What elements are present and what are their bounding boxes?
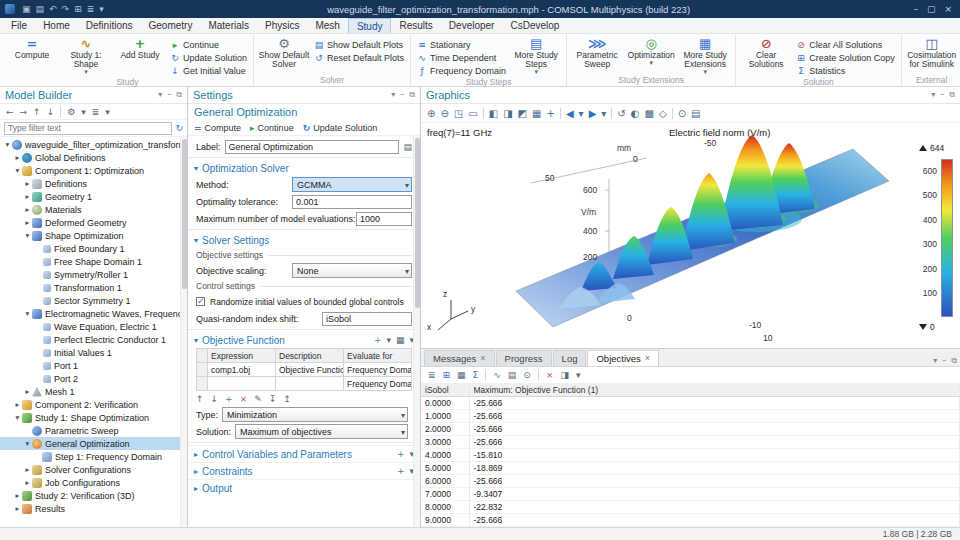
ribbon-button-continue[interactable]: ▸Continue — [167, 38, 250, 51]
ribbon-button-time-dependent[interactable]: ∿Time Dependent — [414, 51, 509, 64]
settings-scrollbar[interactable] — [413, 136, 420, 527]
menu-tab-results[interactable]: Results — [391, 18, 440, 33]
tree-collapsed-icon[interactable]: ▸ — [13, 400, 22, 409]
tree-node-results[interactable]: ▸Results — [0, 502, 187, 515]
type-select[interactable]: Minimization — [222, 407, 408, 422]
float-panel-icon[interactable]: ⧉ — [951, 356, 957, 366]
ribbon-button-stationary[interactable]: ≡Stationary — [414, 38, 509, 51]
ribbon-button-cosimulation-for-simulink[interactable]: ◫Cosimulation for Simulink — [905, 35, 959, 69]
tree-node-initial-values-1[interactable]: Initial Values 1 — [0, 346, 187, 359]
ribbon-button-statistics[interactable]: ΣStatistics — [793, 64, 898, 77]
objectives-table[interactable]: iSobolMaximum: Objective Function (1)0.0… — [421, 384, 960, 528]
clear-table-icon[interactable]: × — [546, 370, 554, 380]
forward-icon[interactable]: → — [20, 107, 28, 117]
collapse-panel-icon[interactable]: – — [940, 90, 944, 100]
ribbon-button-reset-default-plots[interactable]: ↺Reset Default Plots — [311, 51, 407, 64]
add-table-icon[interactable]: ⊞ — [443, 370, 451, 380]
scrollbar-thumb[interactable] — [182, 139, 187, 289]
next-solution-menu-icon[interactable]: ▾ — [601, 108, 606, 119]
section-optimization-solver[interactable]: Optimization Solver — [188, 160, 420, 176]
tree-collapsed-icon[interactable]: ▸ — [23, 218, 32, 227]
collapse-panel-icon[interactable]: – — [167, 90, 171, 100]
tree-node-definitions[interactable]: ▸Definitions — [0, 177, 187, 190]
zoom-in-icon[interactable]: ⊕ — [427, 108, 435, 119]
tree-collapsed-icon[interactable]: ▸ — [23, 478, 32, 487]
ribbon-button-get-initial-value[interactable]: ↓Get Initial Value — [167, 64, 250, 77]
tree-collapsed-icon[interactable]: ▸ — [23, 205, 32, 214]
tree-collapsed-icon[interactable]: ▸ — [23, 465, 32, 474]
tree-node-component-1-optimization[interactable]: ▾Component 1: Optimization — [0, 164, 187, 177]
tree-collapsed-icon[interactable]: ▸ — [23, 387, 32, 396]
ribbon-button-update-solution[interactable]: ↻Update Solution — [167, 51, 250, 64]
dock-table-icon[interactable]: ◨ — [560, 370, 569, 380]
delete-row-icon[interactable]: × — [240, 394, 248, 404]
minimize-button[interactable]: – — [913, 4, 918, 14]
reset-view-icon[interactable]: ↺ — [617, 108, 625, 119]
randomize-checkbox[interactable] — [196, 297, 205, 306]
previous-solution-menu-icon[interactable]: ▾ — [579, 108, 584, 119]
ribbon-button-optimization[interactable]: ◎Optimization▾ — [624, 35, 678, 66]
menu-tab-study[interactable]: Study — [348, 18, 392, 33]
collapse-panel-icon[interactable]: – — [400, 90, 404, 100]
tree-node-transformation-1[interactable]: Transformation 1 — [0, 281, 187, 294]
transparency-icon[interactable]: ▩ — [644, 108, 653, 119]
ribbon-button-create-solution-copy[interactable]: ⊞Create Solution Copy — [793, 51, 898, 64]
panel-menu-icon[interactable]: ▾ — [931, 90, 935, 100]
tree-node-wave-equation-electric-1[interactable]: Wave Equation, Electric 1 — [0, 320, 187, 333]
shift-input[interactable] — [322, 312, 412, 326]
cell[interactable] — [276, 377, 344, 391]
menu-tab-home[interactable]: Home — [35, 18, 78, 33]
zoom-box-icon[interactable]: ▭ — [468, 108, 477, 119]
wireframe-icon[interactable]: ◇ — [659, 108, 667, 119]
add-row-icon[interactable]: + — [225, 394, 233, 404]
tree-expanded-icon[interactable]: ▾ — [23, 309, 32, 318]
next-solution-icon[interactable]: ▶ — [589, 108, 597, 119]
filter-input[interactable] — [4, 122, 172, 135]
add-objective-icon[interactable]: + — [374, 335, 382, 345]
table-menu-icon[interactable]: ≣ — [428, 370, 436, 380]
view-top-icon[interactable]: ◩ — [518, 108, 527, 119]
tree-node-global-definitions[interactable]: ▸Global Definitions — [0, 151, 187, 164]
tree-node-port-1[interactable]: Port 1 — [0, 359, 187, 372]
scaling-select[interactable]: None — [292, 263, 412, 278]
print-icon[interactable]: ▤ — [691, 108, 700, 119]
plot-table-icon[interactable]: ∿ — [493, 370, 501, 380]
rename-icon[interactable] — [403, 141, 412, 152]
close-button[interactable]: × — [944, 4, 952, 14]
tree-collapsed-icon[interactable]: ▸ — [13, 504, 22, 513]
cell[interactable]: Frequency Domain — [344, 377, 412, 391]
table-row[interactable]: 1.0000-25.666 — [421, 410, 960, 423]
cell[interactable]: Frequency Domain — [344, 363, 412, 377]
tree-node-free-shape-domain-1[interactable]: Free Shape Domain 1 — [0, 255, 187, 268]
tab-log[interactable]: Log — [553, 350, 587, 366]
move-row-up-icon[interactable]: ↑ — [196, 394, 204, 404]
tab-objectives[interactable]: Objectives× — [587, 350, 659, 366]
panel-menu-icon[interactable]: ▾ — [391, 90, 395, 100]
ribbon-button-more-study-steps[interactable]: ▤More Study Steps▾ — [509, 35, 563, 75]
ribbon-button-show-default-plots[interactable]: ▤Show Default Plots — [311, 38, 407, 51]
tree-node-general-optimization[interactable]: ▾General Optimization — [0, 437, 187, 450]
scrollbar-thumb[interactable] — [415, 138, 420, 308]
refresh-filter-icon[interactable]: ↻ — [175, 123, 183, 133]
move-up-icon[interactable]: ↑ — [33, 107, 41, 117]
tree-node-study-1-shape-optimization[interactable]: ▾Study 1: Shape Optimization — [0, 411, 187, 424]
tree-node-electromagnetic-waves-frequency-domain[interactable]: ▾Electromagnetic Waves, Frequency Domain — [0, 307, 187, 320]
ribbon-button-clear-solutions[interactable]: ⊘Clear Solutions — [739, 35, 793, 69]
ribbon-button-clear-all-solutions[interactable]: ⊘Clear All Solutions — [793, 38, 898, 51]
settings-toolbar-continue[interactable]: ▸Continue — [250, 123, 294, 133]
max-evals-input[interactable] — [356, 212, 412, 226]
section-constraints[interactable]: ▸Constraints+▾ — [188, 462, 420, 479]
label-input[interactable] — [225, 140, 400, 154]
settings-dropdown-icon[interactable]: ▾ — [81, 107, 86, 117]
table-row[interactable]: 8.0000-22.832 — [421, 501, 960, 514]
tree-node-sector-symmetry-1[interactable]: Sector Symmetry 1 — [0, 294, 187, 307]
solution-select[interactable]: Maximum of objectives — [235, 424, 408, 439]
table-options-menu-icon[interactable]: ▾ — [576, 370, 581, 380]
table-options-icon[interactable]: ▦ — [396, 335, 405, 345]
table-row[interactable]: 0.0000-25.666 — [421, 397, 960, 410]
cell[interactable]: Objective Function — [276, 363, 344, 377]
open-icon[interactable]: ▤ — [36, 0, 45, 18]
tree-node-solver-configurations[interactable]: ▸Solver Configurations — [0, 463, 187, 476]
axes-icon[interactable]: + — [547, 108, 555, 119]
tree-expanded-icon[interactable]: ▾ — [13, 166, 22, 175]
